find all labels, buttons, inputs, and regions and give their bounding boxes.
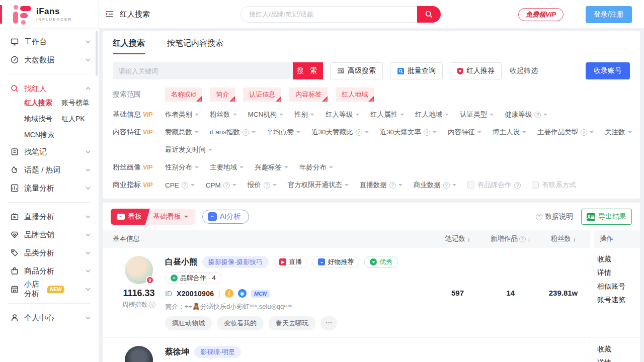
sidebar-item-influencer-pk[interactable]: 红人PK — [61, 115, 99, 124]
sidebar-item-account-ranking[interactable]: 账号榜单 — [61, 99, 99, 108]
column-new-works[interactable]: 新增作品? — [484, 234, 537, 243]
filter-interest-tags[interactable]: 兴趣标签 — [255, 163, 288, 172]
batch-query-button[interactable]: 批量查询 — [390, 62, 443, 79]
filter-main-region[interactable]: 主要地域 — [210, 163, 244, 172]
global-search-button[interactable] — [417, 6, 441, 23]
column-notes-count[interactable]: 笔记数 — [431, 234, 484, 243]
filter-level[interactable]: 红人等级 — [326, 110, 359, 119]
logo[interactable]: iFans INFLUENCER — [0, 0, 99, 28]
id-line: ID X20010906 | 𝄞 ◉ MCN — [165, 289, 431, 298]
search-button[interactable]: 搜 索 — [293, 62, 323, 79]
sidebar-collapse-icon[interactable] — [105, 9, 115, 19]
filter-live-data[interactable]: 直播数据? — [360, 180, 403, 190]
app-window: iFans INFLUENCER 红人搜索 免费领VIP 登录/注册 工作台 — [0, 0, 644, 362]
checkbox-has-brand-coop[interactable]: 有品牌合作? — [467, 180, 521, 190]
record-account-button[interactable]: 收录账号 — [586, 62, 630, 79]
fans-count-value: 329.6w — [537, 338, 590, 362]
scope-tag-intro[interactable]: 简介✓ — [210, 87, 235, 102]
influencer-recommend-button[interactable]: 红人推荐 — [450, 62, 502, 79]
brand-coop-badge[interactable]: ≡品牌合作 · 4 — [165, 272, 221, 284]
avatar[interactable]: ♛ — [125, 256, 153, 284]
more-tags-button[interactable]: ⋯ — [320, 316, 337, 330]
tab-influencer-search[interactable]: 红人搜索 — [113, 38, 145, 54]
scope-tag-name-or-id[interactable]: 名称或id✓ — [165, 87, 202, 102]
filter-avg-likes[interactable]: 平均点赞 — [267, 128, 300, 137]
avatar[interactable]: ♨ — [125, 346, 153, 362]
keyword-tag[interactable]: 变妆看我的 — [217, 316, 264, 330]
sidebar-item-influencer-search[interactable]: 红人搜索 — [24, 99, 61, 108]
caret-down-icon — [296, 131, 300, 135]
sidebar-item-traffic-analysis[interactable]: 流量分析 — [0, 179, 99, 197]
scope-tag-content-label[interactable]: 内容标签✓ — [289, 87, 328, 102]
sidebar-item-category-analysis[interactable]: 品类分析 — [0, 244, 99, 262]
tab-basic-kanban[interactable]: 基础看板 — [150, 209, 195, 225]
filter-region[interactable]: 红人地域 — [415, 110, 449, 119]
filter-quote[interactable]: 报价? — [248, 180, 277, 190]
tab-kanban[interactable]: ~看板 — [111, 209, 150, 225]
keyword-tag[interactable]: 疯狂动物城 — [165, 316, 212, 330]
op-account-overview[interactable]: 账号速览 — [597, 296, 640, 305]
influencer-name[interactable]: 白昼小熊 — [165, 257, 197, 267]
filter-business-data[interactable]: 商业数据? — [414, 180, 456, 190]
filter-verify-type[interactable]: 认证类型 — [460, 110, 494, 119]
scope-tag-region[interactable]: 红人地域✓ — [336, 87, 374, 102]
op-details[interactable]: 详情 — [597, 268, 640, 278]
filter-attribute[interactable]: 红人属性 — [370, 110, 404, 119]
filter-gender[interactable]: 性别 — [294, 110, 314, 119]
filter-age-distribution[interactable]: 年龄分布 — [299, 163, 333, 172]
filter-gender-distribution[interactable]: 性别分布 — [165, 163, 199, 172]
filter-mcn[interactable]: MCN机构 — [248, 110, 284, 119]
op-favorite[interactable]: 收藏 — [597, 345, 640, 354]
filter-total-likes[interactable]: 赞藏总数 — [165, 128, 199, 137]
influencer-name[interactable]: 蔡徐坤 — [165, 347, 189, 357]
sidebar-item-product-analysis[interactable]: 商品分析 — [0, 262, 99, 280]
filter-cpm[interactable]: CPM? — [206, 182, 236, 189]
keyword-input[interactable] — [113, 62, 293, 79]
filter-recent-post-time[interactable]: 最近发文时间 — [165, 145, 212, 154]
advanced-search-button[interactable]: 高级搜索 — [330, 62, 383, 79]
sidebar-item-market-data[interactable]: 大盘数据 — [0, 51, 99, 69]
filter-following-count[interactable]: 关注数 — [605, 128, 632, 137]
filter-30d-like-ratio[interactable]: 近30天赞藏比? — [311, 128, 369, 137]
export-results-button[interactable]: X≣导出结果 — [581, 209, 632, 225]
verified-blue-icon: ◉ — [238, 289, 247, 298]
filter-main-work-type[interactable]: 主要作品类型? — [537, 128, 594, 137]
filter-cpe[interactable]: CPE? — [165, 182, 195, 189]
op-favorite[interactable]: 收藏 — [597, 255, 640, 264]
filter-30d-viral-rate[interactable]: 近30天爆文率? — [380, 128, 437, 137]
sidebar-scrollbar[interactable] — [96, 31, 98, 76]
filter-author-type[interactable]: 作者类别 — [165, 110, 199, 119]
op-details[interactable]: 详情 — [597, 358, 640, 362]
filter-official-permission[interactable]: 官方权限开通状态 — [288, 180, 349, 190]
tab-note-content-search[interactable]: 按笔记内容搜索 — [167, 38, 223, 54]
filter-health-level[interactable]: 健康等级? — [505, 110, 547, 119]
sidebar-item-live-analysis[interactable]: 直播分析 — [0, 208, 99, 226]
keyword-tag[interactable]: 春天去哪玩 — [269, 316, 315, 330]
sidebar-item-shop-analysis[interactable]: 小店分析 NEW — [0, 280, 99, 298]
op-similar-accounts[interactable]: 相似账号 — [597, 282, 640, 291]
search-icon — [425, 11, 433, 18]
sidebar-item-find-notes[interactable]: 找笔记 — [0, 143, 99, 161]
chevron-down-icon — [86, 187, 91, 190]
sidebar-item-brand-marketing[interactable]: 品牌营销 — [0, 226, 99, 244]
filter-content-feature[interactable]: 内容特征 — [448, 128, 481, 137]
scope-tag-verification[interactable]: 认证信息✓ — [243, 87, 281, 102]
sidebar-item-find-influencer[interactable]: 找红人 — [0, 79, 99, 98]
tab-ai-analysis[interactable]: ~AI分析 — [202, 210, 249, 224]
global-search-input[interactable] — [240, 6, 417, 23]
filter-persona[interactable]: 博主人设 — [493, 128, 526, 137]
login-register-button[interactable]: 登录/注册 — [586, 6, 632, 23]
data-note-link[interactable]: ?数据说明 — [536, 212, 573, 221]
filter-row-recent-post: 最近发文时间 — [113, 145, 630, 154]
sidebar-item-workbench[interactable]: 工作台 — [0, 33, 99, 51]
filter-ifans-index[interactable]: iFans指数? — [210, 128, 256, 137]
checkbox-has-contact[interactable]: 有联系方式 — [532, 180, 576, 190]
sidebar-item-mcn-search[interactable]: MCN搜索 — [24, 131, 61, 140]
column-fans-count[interactable]: 粉丝数 — [537, 234, 590, 243]
collapse-filters-link[interactable]: 收起筛选 — [510, 66, 538, 75]
sidebar-item-topics-hotwords[interactable]: 话题 / 热词 — [0, 161, 99, 179]
filter-fans-count[interactable]: 粉丝数 — [210, 110, 237, 119]
sidebar-item-personal-center[interactable]: 个人中心 — [0, 309, 99, 327]
sidebar-item-region-search[interactable]: 地域找号 — [24, 115, 61, 124]
free-vip-button[interactable]: 免费领VIP — [518, 8, 564, 21]
